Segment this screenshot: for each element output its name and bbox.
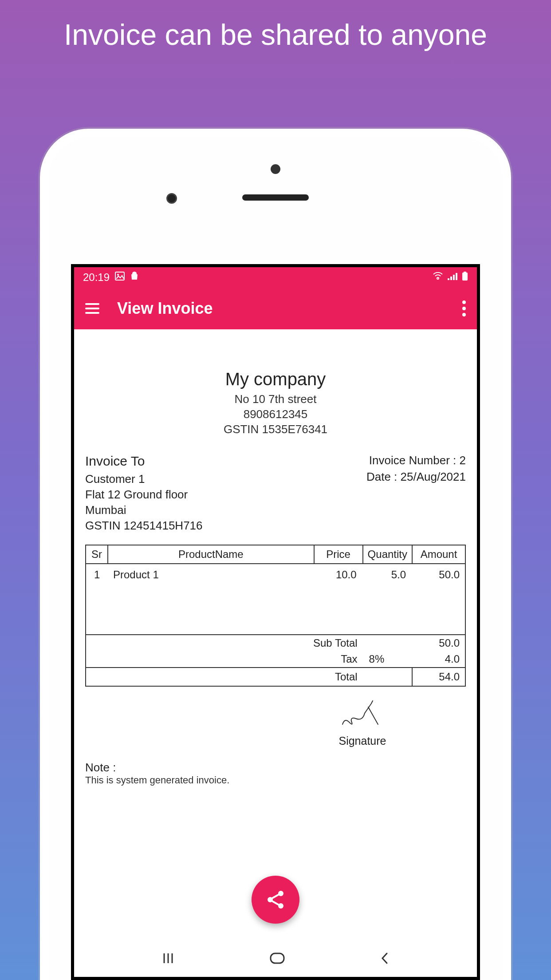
customer-city: Mumbai [85, 502, 203, 518]
svg-point-1 [117, 274, 119, 276]
phone-speaker [242, 194, 309, 201]
header-qty: Quantity [363, 545, 412, 564]
promo-title: Invoice can be shared to anyone [0, 0, 551, 51]
company-phone: 8908612345 [85, 407, 466, 422]
share-button[interactable] [252, 876, 299, 924]
phone-frame: 20:19 [40, 129, 511, 980]
status-time: 20:19 [83, 271, 110, 284]
company-name: My company [85, 369, 466, 389]
svg-rect-4 [453, 275, 455, 280]
company-header: My company No 10 7th street 8908612345 G… [85, 369, 466, 437]
invoice-number-block: Invoice Number : 2 Date : 25/Aug/2021 [366, 452, 466, 533]
more-icon[interactable] [462, 300, 466, 316]
phone-camera-dot [271, 164, 280, 174]
company-gstin: GSTIN 1535E76341 [85, 422, 466, 437]
svg-rect-6 [462, 273, 468, 281]
tax-rate: 8% [363, 651, 412, 668]
table-row: 1 Product 1 10.0 5.0 50.0 [86, 564, 465, 635]
invoice-content: My company No 10 7th street 8908612345 G… [74, 329, 477, 795]
note-label: Note : [85, 761, 466, 775]
company-address: No 10 7th street [85, 392, 466, 407]
note-text: This is system generated invoice. [85, 775, 466, 786]
header-amount: Amount [412, 545, 465, 564]
home-button[interactable] [269, 952, 285, 966]
cell-price: 10.0 [314, 564, 363, 635]
invoice-date: Date : 25/Aug/2021 [366, 469, 466, 485]
invoice-to-block: Invoice To Customer 1 Flat 12 Ground flo… [85, 452, 203, 533]
header-price: Price [314, 545, 363, 564]
recents-button[interactable] [161, 952, 175, 967]
subtotal-row: Sub Total 50.0 [86, 635, 465, 651]
subtotal-value: 50.0 [412, 635, 465, 651]
table-header-row: Sr ProductName Price Quantity Amount [86, 545, 465, 564]
svg-rect-5 [456, 273, 457, 280]
gallery-icon [115, 272, 125, 283]
svg-line-11 [272, 894, 279, 898]
tax-row: Tax 8% 4.0 [86, 651, 465, 668]
cell-amount: 50.0 [412, 564, 465, 635]
svg-rect-7 [464, 272, 466, 273]
customer-address: Flat 12 Ground floor [85, 487, 203, 502]
signal-icon [448, 272, 457, 282]
phone-front-camera [166, 193, 177, 204]
note-block: Note : This is system generated invoice. [85, 761, 466, 786]
svg-rect-2 [448, 278, 449, 280]
wifi-icon [433, 272, 443, 282]
tax-label: Tax [86, 651, 363, 668]
svg-rect-16 [271, 953, 284, 963]
invoice-meta: Invoice To Customer 1 Flat 12 Ground flo… [85, 452, 466, 533]
signature-image [338, 700, 387, 731]
page-title: View Invoice [117, 299, 462, 318]
total-value: 54.0 [412, 668, 465, 686]
screen: 20:19 [71, 264, 480, 980]
customer-name: Customer 1 [85, 471, 203, 487]
total-row: Total 54.0 [86, 668, 465, 686]
signature-block: Signature [334, 700, 391, 747]
share-icon [265, 889, 286, 910]
header-sr: Sr [86, 545, 108, 564]
cell-sr: 1 [86, 564, 108, 635]
invoice-to-label: Invoice To [85, 452, 203, 470]
hamburger-icon[interactable] [85, 303, 99, 314]
status-bar: 20:19 [74, 267, 477, 287]
svg-line-12 [272, 901, 279, 905]
subtotal-label: Sub Total [86, 635, 363, 651]
battery-icon [462, 272, 468, 283]
app-bar: View Invoice [74, 287, 477, 329]
nav-bar [74, 941, 477, 977]
signature-label: Signature [334, 735, 391, 747]
invoice-table: Sr ProductName Price Quantity Amount 1 P… [85, 545, 466, 687]
total-label: Total [86, 668, 363, 686]
cell-qty: 5.0 [363, 564, 412, 635]
back-button[interactable] [380, 952, 390, 967]
header-name: ProductName [108, 545, 314, 564]
svg-rect-3 [450, 277, 452, 280]
tax-value: 4.0 [412, 651, 465, 668]
invoice-number: Invoice Number : 2 [366, 452, 466, 468]
bag-icon [130, 272, 139, 283]
phone-inner: 20:19 [49, 138, 502, 980]
cell-name: Product 1 [108, 564, 314, 635]
customer-gstin: GSTIN 12451415H716 [85, 518, 203, 533]
